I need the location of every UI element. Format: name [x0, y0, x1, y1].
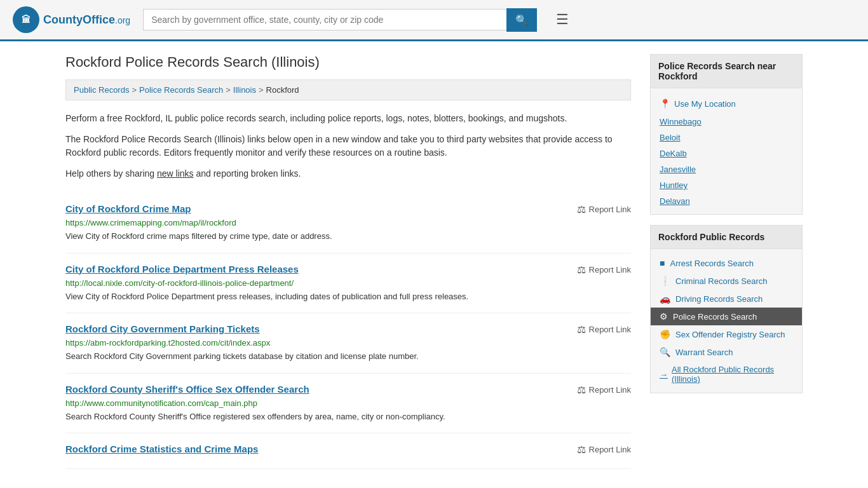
report-label: Report Link [589, 385, 631, 395]
nearby-section: Police Records Search near Rockford 📍 Us… [650, 54, 803, 215]
result-item: City of Rockford Police Department Press… [65, 254, 631, 314]
menu-button[interactable]: ☰ [556, 11, 569, 28]
sidebar-nearby-link[interactable]: Delavan [651, 193, 802, 209]
new-links-anchor[interactable]: new links [157, 168, 194, 179]
breadcrumb-rockford: Rockford [266, 85, 299, 95]
result-item: Rockford Crime Statistics and Crime Maps… [65, 433, 631, 469]
sidebar-link-label: Sex Offender Registry Search [675, 330, 785, 339]
site-logo[interactable]: 🏛 CountyOffice.org [13, 6, 130, 33]
sidebar-link-label: Criminal Records Search [675, 276, 768, 286]
report-icon: ⚖ [577, 264, 586, 276]
sidebar-link-label: Driving Records Search [675, 294, 763, 304]
search-button[interactable]: 🔍 [506, 8, 537, 32]
public-records-links-container: ■Arrest Records Search❕Criminal Records … [651, 254, 802, 361]
content-area: Rockford Police Records Search (Illinois… [65, 54, 631, 469]
search-icon: 🔍 [515, 15, 528, 25]
result-title[interactable]: Rockford County Sheriff's Office Sex Off… [65, 384, 309, 395]
sidebar-public-records-link[interactable]: 🔍Warrant Search [651, 343, 802, 361]
search-input[interactable] [143, 9, 506, 30]
sidebar-link-icon: ❕ [660, 276, 670, 286]
nearby-title: Police Records Search near Rockford [651, 55, 802, 88]
sidebar-public-records-link[interactable]: 🚗Driving Records Search [651, 290, 802, 308]
result-url: http://www.communitynotification.com/cap… [65, 398, 631, 408]
report-link[interactable]: ⚖ Report Link [577, 323, 631, 336]
report-icon: ⚖ [577, 203, 586, 215]
result-title[interactable]: Rockford City Government Parking Tickets [65, 323, 260, 334]
use-location-label: Use My Location [674, 99, 736, 109]
intro-paragraph-1: Perform a free Rockford, IL public polic… [65, 112, 631, 125]
sidebar-link-label: Warrant Search [675, 348, 733, 357]
report-icon: ⚖ [577, 444, 586, 456]
report-link[interactable]: ⚖ Report Link [577, 264, 631, 276]
public-records-section: Rockford Public Records ■Arrest Records … [650, 225, 803, 393]
sidebar-link-label: Police Records Search [673, 312, 757, 322]
report-label: Report Link [589, 445, 631, 454]
result-desc: View City of Rockford crime maps filtere… [65, 230, 631, 243]
result-title[interactable]: Rockford Crime Statistics and Crime Maps [65, 444, 258, 454]
breadcrumb-public-records[interactable]: Public Records [74, 85, 129, 95]
sidebar-nearby-link[interactable]: Winnebago [651, 114, 802, 130]
result-header: Rockford City Government Parking Tickets… [65, 323, 631, 336]
sidebar-link-icon: 🚗 [660, 294, 670, 304]
sidebar-nearby-link[interactable]: Janesville [651, 161, 802, 177]
result-item: Rockford City Government Parking Tickets… [65, 313, 631, 374]
hamburger-icon: ☰ [556, 11, 569, 27]
report-label: Report Link [589, 265, 631, 274]
breadcrumb-sep-1: > [132, 85, 137, 95]
result-title[interactable]: City of Rockford Crime Map [65, 203, 191, 214]
sidebar-link-icon: ■ [660, 258, 665, 268]
svg-text:🏛: 🏛 [22, 14, 31, 25]
sidebar-link-label: Arrest Records Search [670, 259, 754, 268]
result-item: City of Rockford Crime Map ⚖ Report Link… [65, 193, 631, 254]
sidebar: Police Records Search near Rockford 📍 Us… [650, 54, 803, 469]
result-header: Rockford Crime Statistics and Crime Maps… [65, 444, 631, 456]
sidebar-public-records-link[interactable]: ❕Criminal Records Search [651, 272, 802, 290]
sidebar-nearby-link[interactable]: Beloit [651, 130, 802, 146]
report-link[interactable]: ⚖ Report Link [577, 203, 631, 215]
intro-paragraph-2: The Rockford Police Records Search (Illi… [65, 133, 631, 159]
main-layout: Rockford Police Records Search (Illinois… [53, 41, 815, 482]
nearby-links-container: WinnebagoBeloitDeKalbJanesvilleHuntleyDe… [651, 114, 802, 209]
sidebar-link-icon: ✊ [660, 329, 670, 339]
result-url: https://www.crimemapping.com/map/il/rock… [65, 218, 631, 227]
sidebar-link-icon: ⚙ [660, 311, 668, 322]
location-icon: 📍 [660, 98, 670, 109]
result-desc: Search Rockford County Sheriff's Office … [65, 410, 631, 423]
new-links-text: Help others by sharing new links and rep… [65, 167, 631, 180]
result-header: City of Rockford Crime Map ⚖ Report Link [65, 203, 631, 215]
sidebar-link-icon: 🔍 [660, 347, 670, 357]
all-records-label: All Rockford Public Records (Illinois) [672, 365, 793, 384]
breadcrumb-sep-2: > [226, 85, 231, 95]
breadcrumb-sep-3: > [259, 85, 264, 95]
public-records-body: ■Arrest Records Search❕Criminal Records … [651, 249, 802, 393]
use-my-location[interactable]: 📍 Use My Location [651, 93, 802, 114]
site-header: 🏛 CountyOffice.org 🔍 ☰ [0, 0, 868, 41]
report-icon: ⚖ [577, 323, 586, 336]
search-container: 🔍 [143, 8, 537, 32]
logo-text: CountyOffice.org [43, 13, 130, 27]
report-link[interactable]: ⚖ Report Link [577, 384, 631, 396]
nearby-body: 📍 Use My Location WinnebagoBeloitDeKalbJ… [651, 88, 802, 214]
result-url: https://abm-rockfordparking.t2hosted.com… [65, 338, 631, 348]
result-desc: Search Rockford City Government parking … [65, 350, 631, 363]
sidebar-public-records-link[interactable]: ⚙Police Records Search [651, 308, 802, 325]
breadcrumb-police-records[interactable]: Police Records Search [139, 85, 223, 95]
result-desc: View City of Rockford Police Department … [65, 290, 631, 303]
page-title: Rockford Police Records Search (Illinois… [65, 54, 631, 71]
sidebar-public-records-link[interactable]: ✊Sex Offender Registry Search [651, 325, 802, 343]
sidebar-public-records-link[interactable]: ■Arrest Records Search [651, 254, 802, 272]
report-link[interactable]: ⚖ Report Link [577, 444, 631, 456]
sidebar-nearby-link[interactable]: Huntley [651, 177, 802, 193]
breadcrumb-illinois[interactable]: Illinois [233, 85, 256, 95]
result-header: City of Rockford Police Department Press… [65, 264, 631, 276]
result-title[interactable]: City of Rockford Police Department Press… [65, 264, 299, 274]
public-records-title: Rockford Public Records [651, 226, 802, 249]
sidebar-nearby-link[interactable]: DeKalb [651, 146, 802, 161]
logo-icon: 🏛 [13, 6, 39, 33]
results-container: City of Rockford Crime Map ⚖ Report Link… [65, 193, 631, 469]
report-label: Report Link [589, 205, 631, 214]
result-url: http://local.nixle.com/city-of-rockford-… [65, 278, 631, 288]
arrow-icon: → [660, 370, 668, 379]
result-header: Rockford County Sheriff's Office Sex Off… [65, 384, 631, 396]
all-records-link[interactable]: → All Rockford Public Records (Illinois) [651, 361, 802, 388]
